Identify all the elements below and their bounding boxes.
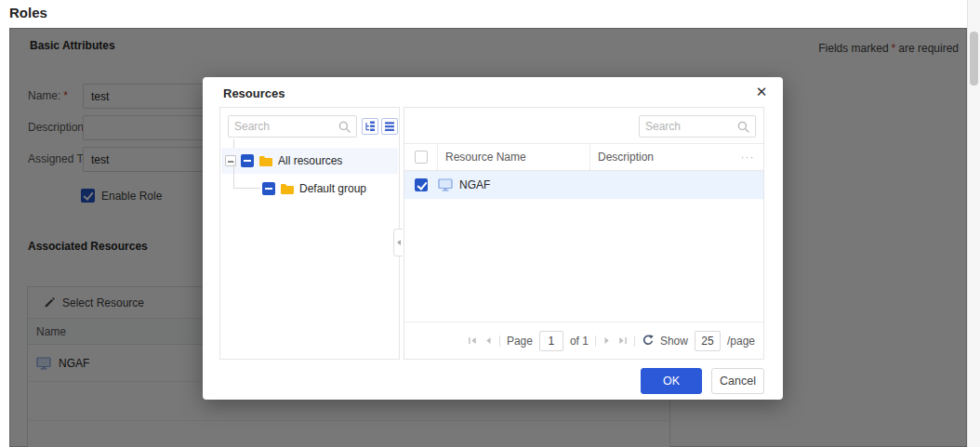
resources-modal: Resources ✕ All resources [203, 77, 783, 400]
collapse-tree-button[interactable] [381, 118, 398, 135]
column-menu-icon[interactable]: ··· [732, 151, 763, 164]
resource-table-header: Resource Name Description ··· [404, 143, 763, 171]
tree-item-label: All resources [278, 154, 342, 167]
ok-button[interactable]: OK [641, 368, 702, 394]
tree-item-label: Default group [299, 182, 366, 195]
refresh-icon[interactable] [642, 335, 654, 347]
search-icon [737, 121, 749, 133]
panel-collapse-handle[interactable] [393, 229, 403, 256]
tree-item-default-group[interactable]: Default group [221, 176, 398, 202]
resource-table-panel: Resource Name Description ··· NGAF Page … [404, 107, 764, 360]
description-column-header: Description [590, 151, 732, 164]
tree-checkbox-default-group[interactable] [262, 182, 275, 195]
prev-page-icon[interactable] [484, 336, 493, 345]
monitor-icon [438, 178, 453, 191]
modal-title: Resources [223, 86, 285, 100]
page-title: Roles [9, 5, 47, 20]
per-page-label: /page [727, 335, 755, 348]
expand-tree-button[interactable] [362, 118, 378, 135]
resource-table-row[interactable]: NGAF [404, 171, 763, 199]
folder-icon [258, 155, 273, 167]
select-all-checkbox[interactable] [415, 151, 428, 164]
folder-icon [280, 183, 295, 195]
resource-search-input[interactable] [645, 120, 734, 133]
resource-name-column-header: Resource Name [438, 144, 590, 170]
expand-tree-icon [364, 121, 376, 132]
modal-footer: OK Cancel [641, 368, 764, 394]
pagination-divider [634, 335, 635, 347]
resource-row-name: NGAF [459, 178, 490, 191]
collapse-arrow-icon [396, 239, 402, 246]
tree-search-input[interactable] [234, 120, 335, 133]
show-label: Show [660, 335, 688, 348]
search-icon [338, 121, 351, 133]
page-number-input[interactable] [539, 331, 563, 351]
cancel-button[interactable]: Cancel [711, 368, 764, 394]
close-icon[interactable]: ✕ [752, 83, 771, 101]
resource-group-tree-panel: All resources Default group [219, 107, 400, 360]
pagination-bar: Page of 1 Show /page [404, 322, 763, 359]
vertical-scrollbar[interactable] [967, 0, 980, 447]
last-page-icon[interactable] [617, 336, 628, 345]
row-checkbox[interactable] [415, 178, 428, 191]
page-size-input[interactable] [695, 331, 721, 351]
page-count-label: of 1 [570, 335, 589, 348]
next-page-icon[interactable] [603, 336, 611, 345]
scrollbar-thumb[interactable] [970, 32, 978, 85]
tree-search-box [228, 115, 357, 138]
first-page-icon[interactable] [468, 336, 478, 345]
app-header: Roles [0, 0, 980, 28]
collapse-tree-icon [384, 121, 395, 132]
pagination-divider [595, 335, 596, 347]
pagination-divider [499, 335, 500, 347]
resource-search-box [639, 115, 756, 138]
page-label: Page [507, 335, 533, 348]
